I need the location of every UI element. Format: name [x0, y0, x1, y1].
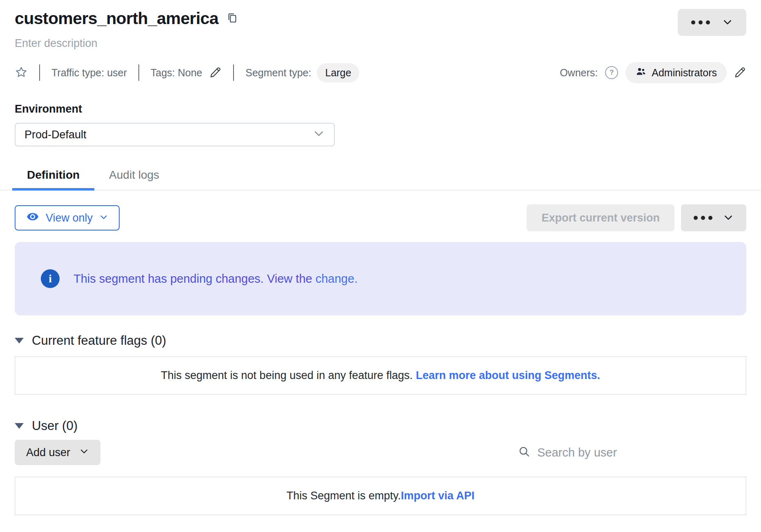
segment-detail-page: customers_north_america Enter descriptio…: [0, 0, 761, 515]
environment-section: Environment Prod-Default: [15, 103, 746, 146]
meta-row: Traffic type: user Tags: None Segment ty…: [15, 62, 746, 83]
chevron-down-icon: [99, 212, 108, 224]
tab-bar: Definition Audit logs: [0, 163, 761, 191]
definition-more-actions-button[interactable]: [681, 204, 746, 231]
divider: [233, 64, 234, 81]
copy-name-button[interactable]: [226, 12, 238, 25]
add-user-button[interactable]: Add user: [15, 440, 100, 465]
traffic-type-label: Traffic type: user: [51, 67, 127, 79]
caret-down-icon: [15, 338, 24, 344]
divider: [39, 64, 40, 81]
search-icon: [518, 445, 531, 460]
user-search: [518, 445, 746, 460]
feature-flags-heading[interactable]: Current feature flags (0): [15, 333, 746, 348]
description-placeholder[interactable]: Enter description: [15, 37, 746, 50]
users-section: User (0) Add user This Segment is: [15, 419, 746, 515]
feature-flags-empty-state: This segment is not being used in any fe…: [15, 356, 746, 395]
add-user-label: Add user: [26, 446, 70, 459]
view-change-link[interactable]: change.: [316, 272, 358, 285]
learn-more-segments-link[interactable]: Learn more about using Segments.: [416, 369, 600, 381]
users-empty-text: This Segment is empty.: [287, 490, 401, 502]
edit-pencil-icon: [734, 66, 746, 80]
tab-definition[interactable]: Definition: [12, 163, 94, 191]
eye-icon: [26, 210, 39, 226]
info-circle-icon: i: [41, 269, 60, 288]
pending-changes-text: This segment has pending changes. View t…: [73, 272, 316, 285]
chevron-down-icon: [722, 17, 733, 29]
environment-select[interactable]: Prod-Default: [15, 123, 335, 146]
page-title: customers_north_america: [15, 9, 218, 28]
star-outline-icon: [15, 66, 28, 80]
edit-pencil-icon: [209, 66, 222, 80]
users-empty-state: This Segment is empty.Import via API: [15, 477, 746, 515]
export-current-version-button[interactable]: Export current version: [527, 204, 674, 231]
header-more-actions-button[interactable]: [678, 9, 746, 36]
search-by-user-input[interactable]: [536, 446, 746, 460]
users-title: User (0): [32, 419, 78, 433]
copy-icon: [226, 12, 238, 25]
segment-type-label: Segment type:: [245, 67, 311, 79]
user-controls-row: Add user: [15, 440, 746, 465]
chevron-down-icon: [723, 212, 734, 224]
owners-group: Owners: ? Administrators: [560, 62, 746, 83]
environment-selected-value: Prod-Default: [24, 129, 87, 141]
owners-label: Owners:: [560, 67, 598, 79]
chevron-down-icon: [79, 446, 89, 459]
caret-down-icon: [15, 423, 24, 429]
edit-owners-button[interactable]: [734, 66, 746, 80]
segment-type-badge: Large: [317, 63, 359, 82]
people-icon: [635, 66, 647, 80]
edit-tags-button[interactable]: [209, 66, 222, 80]
pending-changes-message: This segment has pending changes. View t…: [73, 272, 358, 286]
import-via-api-link[interactable]: Import via API: [401, 490, 475, 502]
title-row: customers_north_america: [15, 9, 746, 28]
tags-label: Tags: None: [151, 67, 202, 79]
owners-chip[interactable]: Administrators: [625, 62, 727, 83]
view-only-button[interactable]: View only: [15, 205, 120, 231]
users-heading[interactable]: User (0): [15, 419, 746, 433]
divider: [138, 64, 139, 81]
question-circle-icon[interactable]: ?: [605, 66, 618, 79]
tab-audit-logs[interactable]: Audit logs: [94, 163, 174, 191]
ellipsis-icon: [691, 20, 710, 24]
definition-toolbar: View only Export current version: [15, 204, 746, 231]
view-only-label: View only: [46, 212, 93, 224]
favorite-star-button[interactable]: [15, 66, 28, 80]
feature-flags-empty-text: This segment is not being used in any fe…: [161, 369, 416, 381]
chevron-down-icon: [313, 127, 325, 142]
environment-label: Environment: [15, 103, 746, 115]
owners-value: Administrators: [652, 67, 717, 79]
ellipsis-icon: [694, 216, 712, 220]
feature-flags-title: Current feature flags (0): [32, 333, 166, 348]
feature-flags-section: Current feature flags (0) This segment i…: [15, 333, 746, 395]
pending-changes-banner: i This segment has pending changes. View…: [15, 242, 746, 315]
toolbar-right-group: Export current version: [527, 204, 746, 231]
